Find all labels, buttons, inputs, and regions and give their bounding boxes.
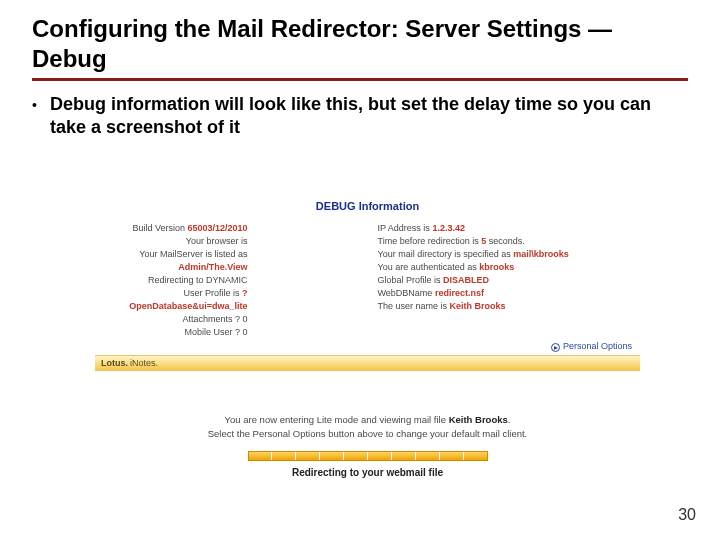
- webdb-row: WebDBName redirect.nsf: [368, 287, 641, 300]
- bullet-text: Debug information will look like this, b…: [50, 93, 688, 138]
- maildir-row: Your mail directory is specified as mail…: [368, 248, 641, 261]
- ip-row: IP Address is 1.2.3.42: [368, 222, 641, 235]
- debug-header: DEBUG Information: [95, 200, 640, 212]
- redirecting-row: Redirecting to DYNAMIC: [95, 274, 368, 287]
- progress-segment: [249, 452, 273, 460]
- bullet-dot-icon: •: [32, 93, 50, 117]
- progress-segment: [464, 452, 487, 460]
- lotus-label: Lotus.: [101, 358, 128, 368]
- bullet-item: • Debug information will look like this,…: [32, 93, 688, 138]
- inotes-label: iNotes.: [130, 358, 158, 368]
- debug-columns: Build Version 65003/12/2010 Your browser…: [95, 222, 640, 339]
- personal-options-label: Personal Options: [563, 341, 632, 351]
- slide-title: Configuring the Mail Redirector: Server …: [32, 14, 688, 74]
- mailserver-row: Your MailServer is listed as Admin/The.V…: [95, 248, 368, 274]
- arrow-right-icon: [551, 343, 560, 352]
- progress-segment: [416, 452, 440, 460]
- progress-segment: [392, 452, 416, 460]
- auth-row: You are authenticated as kbrooks: [368, 261, 641, 274]
- browser-row: Your browser is: [95, 235, 368, 248]
- lite-mode-line-2: Select the Personal Options button above…: [95, 427, 640, 441]
- lite-mode-line-1: You are now entering Lite mode and viewi…: [95, 413, 640, 427]
- embedded-screenshot: DEBUG Information Build Version 65003/12…: [95, 200, 640, 478]
- lite-mode-message: You are now entering Lite mode and viewi…: [95, 413, 640, 442]
- page-number: 30: [678, 506, 696, 524]
- bullet-list: • Debug information will look like this,…: [32, 93, 688, 138]
- username-row: The user name is Keith Brooks: [368, 300, 641, 313]
- mobile-row: Mobile User ? 0: [95, 326, 368, 339]
- progress-segment: [440, 452, 464, 460]
- progress-segment: [344, 452, 368, 460]
- delay-row: Time before redirection is 5 seconds.: [368, 235, 641, 248]
- profile-row: User Profile is ?OpenDatabase&ui=dwa_lit…: [95, 287, 368, 313]
- build-version-row: Build Version 65003/12/2010: [95, 222, 368, 235]
- lotus-inotes-bar: Lotus. iNotes.: [95, 355, 640, 371]
- progress-segment: [368, 452, 392, 460]
- progress-bar-wrap: [248, 451, 488, 461]
- debug-right-column: IP Address is 1.2.3.42 Time before redir…: [368, 222, 641, 339]
- progress-segment: [320, 452, 344, 460]
- progress-bar: [248, 451, 488, 461]
- redirecting-text: Redirecting to your webmail file: [95, 467, 640, 478]
- global-row: Global Profile is DISABLED: [368, 274, 641, 287]
- progress-segment: [296, 452, 320, 460]
- progress-segment: [272, 452, 296, 460]
- attachments-row: Attachments ? 0: [95, 313, 368, 326]
- title-underline: [32, 78, 688, 81]
- debug-left-column: Build Version 65003/12/2010 Your browser…: [95, 222, 368, 339]
- mailfile-name: Keith Brooks: [449, 414, 508, 425]
- personal-options-link[interactable]: Personal Options: [95, 341, 640, 351]
- slide: Configuring the Mail Redirector: Server …: [0, 0, 720, 540]
